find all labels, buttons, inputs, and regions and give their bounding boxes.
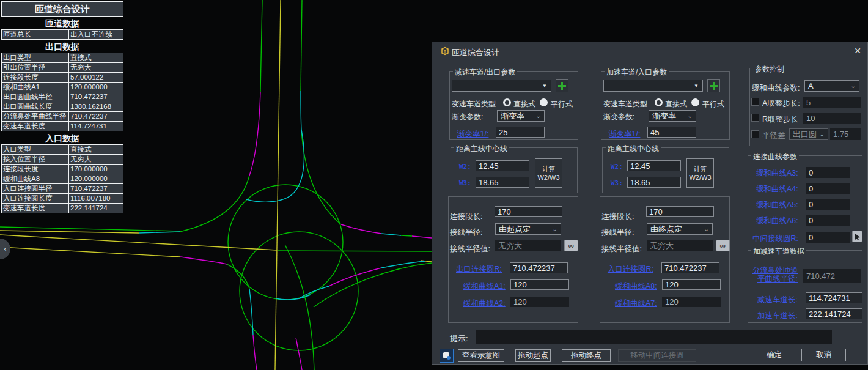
table-row: 变速车道长度 222.141724 (1, 203, 123, 213)
accel-radius-mode-combo[interactable]: 由终点定⌄ (647, 223, 713, 235)
w3-label: W3: (459, 179, 471, 187)
dropdown-arrow-icon: ▼ (694, 83, 699, 89)
decel-a2-link[interactable]: 缓和曲线A2: (463, 298, 506, 309)
chevron-down-icon: ⌄ (851, 83, 856, 89)
decel-grad-rate-input[interactable]: 25 (496, 127, 545, 138)
param-control-label: 参数控制 (753, 64, 786, 75)
table-row: 出口圆曲线长度 1380.162168 (1, 102, 123, 112)
table-row: 连接段长度 170.000000 (1, 164, 123, 174)
decel-grad-param-combo[interactable]: 渐变率⌄ (497, 110, 545, 122)
w2-label: W2: (611, 163, 623, 171)
hint-box (476, 330, 832, 344)
drag-end-button[interactable]: 拖动终点 (562, 349, 611, 362)
table-row: 入口连接圆长度 1116.007180 (1, 193, 123, 204)
table-row: 分流鼻处平曲线半径 710.472237 (1, 111, 123, 122)
decel-radius-val-input: 无穷大 (495, 240, 561, 251)
accel-radio-direct[interactable] (655, 98, 663, 106)
a-step-checkbox[interactable] (751, 98, 759, 106)
r-step-label: R取整步长 (762, 114, 798, 125)
a-step-input: 5 (803, 97, 861, 108)
accel-grad-param-combo[interactable]: 渐变率⌄ (649, 110, 696, 122)
decel-infinity-button[interactable]: ∞ (564, 240, 578, 251)
decel-w2-input[interactable]: 12.45 (476, 160, 529, 171)
lane-type-label: 变速车道类型 (603, 99, 647, 109)
mid-circle-label: 中间接线圆R: (752, 234, 798, 244)
table-row: 接入位置半径 无穷大 (1, 154, 123, 165)
accel-circle-link[interactable]: 入口连接圆R: (608, 264, 653, 275)
view-sketch-button[interactable]: 查看示意图 (458, 349, 504, 362)
decel-calc-button[interactable]: 计算W2/W3 (535, 158, 562, 188)
lane-data-label: 加减速车道数据 (751, 246, 806, 257)
accel-grad-rate-input[interactable]: 45 (647, 127, 696, 138)
preview-icon (442, 351, 451, 360)
overlay-table: 匝道综合设计 匝道数据 匝道总长 出入口不连续 出口数据 出口类型 直接式 引出… (1, 1, 123, 213)
decel-radius-mode-combo[interactable]: 由起点定⌄ (495, 223, 561, 235)
decel-seg-input[interactable]: 170 (495, 206, 562, 217)
accel-seg-input[interactable]: 170 (646, 206, 714, 217)
spiral-param-combo[interactable]: A⌄ (804, 80, 859, 92)
seg-label: 连接段长: (450, 212, 482, 222)
radius-mode-label: 接线半径: (450, 228, 482, 238)
preview-toggle-button[interactable] (440, 349, 454, 363)
chevron-down-icon: ⌄ (688, 113, 693, 119)
decel-length-input[interactable]: 114.724731 (806, 292, 862, 303)
accel-w2-input[interactable]: 12.45 (627, 160, 681, 171)
accel-length-link[interactable]: 加速车道长: (757, 311, 798, 321)
radio-parallel-label[interactable]: 平行式 (702, 99, 724, 109)
ramp-design-dialog: 匝道综合设计 ✕ 减速车道/出口参数 ▼ 变速车道类型 直接式 平行式 渐变参数… (432, 42, 868, 365)
table-row: 出口类型 直接式 (1, 53, 123, 63)
decel-template-combo[interactable]: ▼ (452, 80, 551, 92)
decel-radio-direct[interactable] (503, 98, 511, 106)
mid-circle-input[interactable]: 0 (806, 232, 850, 243)
accel-calc-button[interactable]: 计算W2/W3 (686, 158, 714, 188)
dropdown-arrow-icon: ▼ (542, 83, 547, 89)
decel-radio-parallel[interactable] (540, 98, 548, 106)
radio-direct-label[interactable]: 直接式 (513, 99, 535, 109)
r-step-checkbox[interactable] (751, 114, 759, 122)
decel-grad-rate-link[interactable]: 渐变率1/: (457, 129, 488, 139)
conn-curve-label: 连接曲线参数 (751, 152, 799, 162)
decel-a1-input[interactable]: 120 (510, 279, 569, 290)
accel-a8-input[interactable]: 120 (662, 279, 721, 290)
ok-button[interactable]: 确定 (752, 349, 796, 361)
radio-parallel-label[interactable]: 平行式 (551, 99, 573, 109)
dialog-title: 匝道综合设计 (452, 47, 499, 58)
chevron-down-icon: ⌄ (704, 226, 709, 232)
decel-add-button[interactable] (556, 79, 568, 92)
decel-a1-link[interactable]: 缓和曲线A1: (463, 281, 506, 292)
accel-radio-parallel[interactable] (691, 98, 699, 106)
pick-button[interactable] (852, 231, 862, 242)
close-icon[interactable]: ✕ (854, 46, 861, 56)
accel-a7-link[interactable]: 缓和曲线A7: (615, 298, 657, 309)
accel-a8-link[interactable]: 缓和曲线A8: (615, 281, 657, 292)
accel-radius-val-input: 无穷大 (647, 240, 713, 251)
decel-a2-input: 120 (510, 297, 569, 307)
accel-length-input[interactable]: 222.141724 (806, 308, 862, 319)
decel-w3-input[interactable]: 18.65 (476, 177, 529, 188)
decel-length-link[interactable]: 减速车道长: (757, 295, 798, 305)
drag-start-button[interactable]: 拖动起点 (515, 349, 551, 362)
accel-infinity-button[interactable]: ∞ (716, 240, 730, 251)
accel-add-button[interactable] (707, 79, 720, 92)
nose-radius-link2[interactable]: 平曲线半径: (757, 274, 798, 284)
chevron-down-icon: ⌄ (553, 226, 557, 232)
radius-diff-combo: 出口圆⌄ (789, 128, 828, 140)
table-row: 匝道总长 出入口不连续 (1, 29, 123, 40)
table-row: 变速车道长度 114.724731 (1, 121, 123, 131)
table-row: 入口类型 直接式 (1, 144, 123, 155)
decel-circle-input[interactable]: 710.472237 (510, 262, 568, 273)
r-step-input: 10 (803, 113, 861, 124)
accel-template-combo[interactable]: ▼ (603, 80, 703, 92)
radio-direct-label[interactable]: 直接式 (665, 99, 687, 109)
accel-circle-input[interactable]: 710.472237 (661, 262, 719, 273)
app-icon (440, 46, 450, 56)
decel-group-label: 减速车道/出口参数 (453, 67, 517, 78)
cancel-button[interactable]: 取消 (801, 349, 846, 361)
radius-val-label: 接线半径值: (601, 244, 642, 254)
accel-grad-rate-link[interactable]: 渐变率1/: (609, 129, 640, 139)
table-row: 缓和曲线A1 120.000000 (1, 82, 123, 92)
decel-circle-link[interactable]: 出口连接圆R: (456, 264, 502, 275)
radius-diff-checkbox[interactable] (751, 130, 759, 138)
accel-w3-input[interactable]: 18.65 (627, 177, 681, 188)
w2-label: W2: (459, 163, 471, 171)
